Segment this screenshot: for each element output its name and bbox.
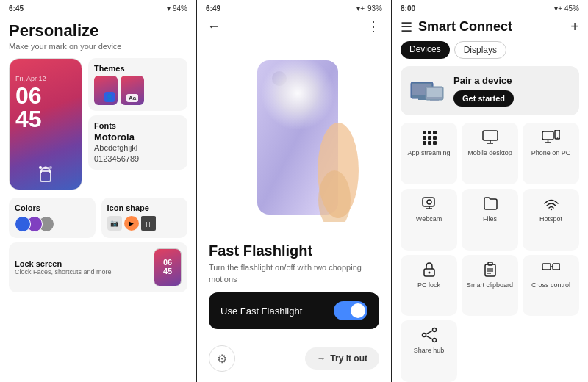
get-started-button[interactable]: Get started <box>453 90 514 107</box>
phone-mockup: Fri, Apr 12 06 45 <box>9 58 82 190</box>
features-grid: App streaming Mobile desktop Phone on PC… <box>392 123 588 382</box>
svg-rect-20 <box>433 141 437 145</box>
tab-devices[interactable]: Devices <box>401 41 450 59</box>
back-button[interactable]: ← <box>207 19 220 35</box>
status-bar-3: 8:00 ▾+ 45% <box>392 0 588 15</box>
panel2-text-area: Fast Flashlight Turn the flashlight on/o… <box>197 234 391 345</box>
svg-rect-18 <box>423 141 426 145</box>
svg-rect-19 <box>428 141 431 145</box>
add-button[interactable]: + <box>570 18 579 35</box>
svg-point-33 <box>550 209 551 210</box>
svg-rect-37 <box>488 262 492 265</box>
status-icons-2: ▾+ 93% <box>356 4 382 12</box>
svg-rect-36 <box>485 264 495 276</box>
svg-rect-27 <box>555 130 560 139</box>
icon-shape-camera: 📷 <box>107 216 122 231</box>
svg-rect-17 <box>433 136 437 140</box>
feature-smart-clipboard[interactable]: Smart clipboard <box>462 255 518 317</box>
lock-screen-card[interactable]: Lock screen Clock Faces, shortcuts and m… <box>9 242 187 292</box>
svg-rect-11 <box>430 100 439 101</box>
svg-point-35 <box>428 271 430 273</box>
status-time-3: 8:00 <box>401 4 415 12</box>
pc-lock-icon <box>418 261 440 278</box>
flashlight-title: Fast Flashlight <box>209 242 379 259</box>
panel2-footer: ⚙ → Try it out <box>197 345 391 382</box>
tab-displays[interactable]: Displays <box>454 41 506 59</box>
tab-row: Devices Displays <box>392 41 588 66</box>
aa-badge: Aa <box>126 94 138 102</box>
cross-control-label: Cross control <box>531 281 570 289</box>
pair-device-card: Pair a device Get started <box>401 66 579 115</box>
phone-on-pc-icon <box>540 129 562 146</box>
battery-3: 45% <box>564 4 579 12</box>
pair-devices-icon <box>409 76 446 106</box>
try-it-button[interactable]: → Try it out <box>305 347 379 370</box>
svg-point-30 <box>427 200 431 204</box>
phone-preview-area: Fri, Apr 12 06 45 Themes <box>9 58 187 190</box>
fonts-sample-2: 0123456789 <box>94 154 182 164</box>
feature-webcam[interactable]: Webcam <box>401 189 457 251</box>
webcam-label: Webcam <box>416 215 442 223</box>
colors-card[interactable]: Colors <box>9 198 96 238</box>
feature-share-hub[interactable]: Share hub <box>401 320 457 382</box>
pair-info: Pair a device Get started <box>453 75 570 107</box>
phone-time: 06 45 <box>15 84 76 131</box>
feature-phone-on-pc[interactable]: Phone on PC <box>523 123 579 184</box>
lock-mini-time: 0645 <box>163 258 172 275</box>
themes-row: 👤 Aa <box>94 76 182 105</box>
colors-circles <box>15 216 90 232</box>
feature-cross-control[interactable]: Cross control <box>523 255 579 317</box>
status-left-3: 8:00 <box>401 4 415 12</box>
svg-line-48 <box>426 336 432 339</box>
icon-shape-card[interactable]: Icon shape 📷 ▶ ||| <box>101 198 188 238</box>
hotspot-label: Hotspot <box>539 215 562 223</box>
feature-pc-lock[interactable]: PC lock <box>401 255 457 317</box>
svg-rect-16 <box>428 136 431 140</box>
lock-screen-title: Lock screen <box>15 259 112 268</box>
feature-files[interactable]: Files <box>462 189 518 251</box>
feature-app-streaming[interactable]: App streaming <box>401 123 457 184</box>
status-time-2: 6:49 <box>206 4 220 12</box>
feature-mobile-desktop[interactable]: Mobile desktop <box>462 123 518 184</box>
files-icon <box>479 195 501 212</box>
wifi-icon-1: ▾ <box>167 4 171 12</box>
feature-hotspot[interactable]: Hotspot <box>523 189 579 251</box>
colors-label: Colors <box>15 203 90 212</box>
arrow-icon: → <box>317 353 326 364</box>
pair-title: Pair a device <box>453 75 570 86</box>
icon-shapes-row: 📷 ▶ ||| <box>107 216 182 231</box>
try-it-label: Try it out <box>330 353 368 364</box>
svg-rect-29 <box>423 198 434 206</box>
settings-button[interactable]: ⚙ <box>209 345 235 372</box>
fonts-card[interactable]: Fonts Motorola Abcdefghijkl 0123456789 <box>88 115 187 170</box>
lock-screen-preview: 0645 <box>154 248 182 286</box>
wifi-icon-3: ▾+ <box>554 4 562 12</box>
svg-rect-41 <box>542 264 551 270</box>
smart-clipboard-icon <box>479 261 501 278</box>
pc-lock-label: PC lock <box>417 281 440 289</box>
svg-point-46 <box>432 339 436 342</box>
bottom-grid: Colors Icon shape 📷 ▶ ||| <box>9 198 187 238</box>
fonts-name: Motorola <box>94 131 182 143</box>
panel-flashlight: 6:49 ▾+ 93% ← ⋮ <box>196 0 392 382</box>
status-icons-3: ▾+ 45% <box>554 4 579 12</box>
page-title-personalize: Personalize <box>9 21 187 40</box>
fonts-label: Fonts <box>94 121 182 130</box>
phone-image-area <box>197 40 391 234</box>
panel-smart-connect: 8:00 ▾+ 45% ☰ Smart Connect + Devices Di… <box>392 0 588 382</box>
status-bar-1: 6:45 ▾ 94% <box>0 0 196 15</box>
svg-rect-42 <box>553 264 560 270</box>
phone-lock-icon <box>40 170 51 182</box>
theme-person-icon: 👤 <box>104 92 115 102</box>
themes-card[interactable]: Themes 👤 Aa <box>88 58 187 111</box>
more-button[interactable]: ⋮ <box>367 18 381 35</box>
phone-date: Fri, Apr 12 <box>15 75 76 82</box>
files-label: Files <box>483 215 497 223</box>
status-bar-2: 6:49 ▾+ 93% <box>197 0 391 15</box>
flashlight-description: Turn the flashlight on/off with two chop… <box>209 262 379 285</box>
fonts-sample-1: Abcdefghijkl <box>94 143 182 153</box>
icon-shape-music: ▶ <box>124 216 139 231</box>
hamburger-menu-button[interactable]: ☰ <box>401 19 412 35</box>
share-hub-label: Share hub <box>414 347 445 355</box>
toggle-switch[interactable] <box>334 301 368 320</box>
